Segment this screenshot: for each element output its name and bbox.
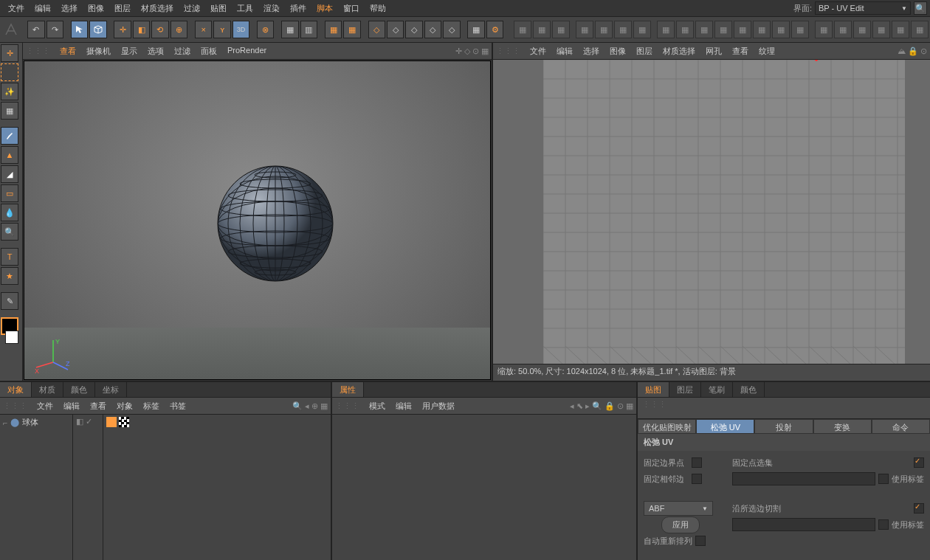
attr-nav-icon[interactable]: ◂ ⬉ ▸ 🔍 🔒 ⊙ ▦ — [570, 401, 633, 411]
tab-坐标[interactable]: 坐标 — [95, 382, 127, 397]
settings-icon[interactable]: ⚙ — [486, 21, 503, 38]
uvmode-1[interactable]: 松弛 UV — [696, 419, 754, 434]
render-icon[interactable]: ▦ — [325, 21, 342, 38]
lock-y-icon[interactable]: ʏ — [213, 21, 230, 38]
menu-文件[interactable]: 文件 — [3, 0, 30, 17]
prim-obj3-icon[interactable]: ◇ — [424, 21, 441, 38]
uvtool-5-icon[interactable]: ▦ — [595, 21, 613, 38]
menu-编辑[interactable]: 编辑 — [390, 398, 417, 415]
menu-面板[interactable]: 面板 — [196, 43, 222, 60]
uvtool-1-icon[interactable]: ▦ — [514, 21, 531, 38]
world-icon[interactable]: ⊗ — [257, 21, 274, 38]
grip-icon[interactable]: ⋮⋮⋮ — [3, 401, 27, 411]
tab-颜色[interactable]: 颜色 — [733, 382, 765, 397]
fix-border-check[interactable] — [692, 457, 702, 468]
menu-查看[interactable]: 查看 — [55, 43, 81, 60]
menu-编辑[interactable]: 编辑 — [58, 398, 85, 415]
menu-编辑[interactable]: 编辑 — [30, 0, 56, 17]
uvtool-10-icon[interactable]: ▦ — [695, 21, 713, 38]
star-icon[interactable]: ★ — [1, 267, 18, 285]
prim-obj4-icon[interactable]: ◇ — [443, 21, 460, 38]
render-pv-icon[interactable]: ▦ — [343, 21, 360, 38]
uvtool-19-icon[interactable]: ▦ — [872, 21, 890, 38]
snap-icon[interactable]: ⊕ — [170, 21, 187, 38]
menu-选择[interactable]: 选择 — [56, 0, 83, 17]
marquee-icon[interactable] — [1, 63, 18, 81]
uvmode-4[interactable]: 命令 — [872, 419, 930, 434]
menu-工具[interactable]: 工具 — [232, 0, 258, 17]
menu-渲染[interactable]: 渲染 — [258, 0, 285, 17]
text-icon[interactable]: T — [1, 248, 18, 266]
uvtool-9-icon[interactable]: ▦ — [676, 21, 694, 38]
uvtool-8-icon[interactable]: ▦ — [657, 21, 675, 38]
drop-icon[interactable]: 💧 — [1, 204, 18, 221]
menu-贴图[interactable]: 贴图 — [205, 0, 232, 17]
menu-图像[interactable]: 图像 — [83, 0, 109, 17]
menu-图像[interactable]: 图像 — [604, 43, 631, 60]
uvtool-16-icon[interactable]: ▦ — [815, 21, 833, 38]
rotate-icon[interactable]: ⟲ — [151, 21, 168, 38]
object-item[interactable]: ⌐ ⬤ 球体 — [0, 415, 72, 430]
uvtool-13-icon[interactable]: ▦ — [753, 21, 771, 38]
uvtool-17-icon[interactable]: ▦ — [834, 21, 852, 38]
render-region-icon[interactable]: ▥ — [300, 21, 317, 38]
vp-nav-icon[interactable]: ✛ ◇ ⊙ ▦ — [455, 46, 489, 56]
viewport-3d[interactable]: Y X Z — [24, 61, 491, 380]
render-frame-icon[interactable]: ▦ — [281, 21, 298, 38]
lock-x-icon[interactable]: × — [195, 21, 212, 38]
menu-脚本[interactable]: 脚本 — [311, 0, 338, 17]
select-tool-icon[interactable] — [71, 21, 88, 38]
tag-uv-icon[interactable] — [106, 417, 117, 427]
menu-书签[interactable]: 书签 — [165, 398, 191, 415]
zoom-icon[interactable]: 🔍 — [1, 223, 18, 241]
menu-文件[interactable]: 文件 — [525, 43, 551, 60]
cutsel-field[interactable] — [732, 518, 875, 531]
menu-对象[interactable]: 对象 — [111, 398, 138, 415]
prim-obj1-icon[interactable]: ◇ — [387, 21, 404, 38]
menu-选项[interactable]: 选项 — [142, 43, 169, 60]
move-tool-icon[interactable]: ✛ — [1, 44, 18, 62]
menu-文件[interactable]: 文件 — [32, 398, 58, 415]
tab-笔刷[interactable]: 笔刷 — [701, 382, 733, 397]
tab-对象[interactable]: 对象 — [0, 382, 32, 397]
menu-纹理[interactable]: 纹理 — [754, 43, 780, 60]
method-dropdown[interactable]: ABF▼ — [644, 501, 713, 516]
apply-button[interactable]: 应用 — [661, 516, 700, 533]
menu-材质选择[interactable]: 材质选择 — [658, 43, 700, 60]
coord-3d-icon[interactable]: 3D — [232, 21, 249, 38]
cut-sel-check[interactable] — [914, 503, 924, 514]
uvtool-15-icon[interactable]: ▦ — [791, 21, 809, 38]
visibility-icon[interactable]: ◧ ✓ — [76, 417, 92, 426]
stamp-icon[interactable]: ▲ — [1, 146, 18, 164]
grip-icon[interactable]: ⋮⋮⋮ — [335, 401, 359, 411]
menu-过滤[interactable]: 过滤 — [179, 0, 205, 17]
menu-图层[interactable]: 图层 — [109, 0, 136, 17]
obj-search-icon[interactable]: 🔍 ◂ ⊕ ▦ — [292, 401, 328, 411]
menu-窗口[interactable]: 窗口 — [338, 0, 365, 17]
grip-icon[interactable]: ⋮⋮⋮ — [26, 46, 50, 56]
auto-realign-check[interactable] — [695, 536, 706, 546]
tag-mat-icon[interactable] — [119, 417, 129, 427]
checker2-icon[interactable]: ▦ — [1, 102, 18, 120]
uvtool-3-icon[interactable]: ▦ — [552, 21, 570, 38]
eraser-icon[interactable]: ◢ — [1, 165, 18, 183]
menu-标签[interactable]: 标签 — [138, 398, 165, 415]
move-icon[interactable]: ✛ — [114, 21, 131, 38]
use-tag-check1[interactable] — [878, 474, 889, 484]
prim-cube-icon[interactable]: ◇ — [368, 21, 385, 38]
redo-icon[interactable]: ↷ — [46, 21, 63, 38]
uvtool-21-icon[interactable]: ▦ — [911, 21, 929, 38]
viewport-uv[interactable] — [493, 60, 930, 364]
menu-摄像机[interactable]: 摄像机 — [81, 43, 116, 60]
uvtool-11-icon[interactable]: ▦ — [714, 21, 732, 38]
menu-ProRender[interactable]: ProRender — [222, 43, 272, 60]
uv-nav-icon[interactable]: ⛰ 🔒 ⊙ — [898, 46, 927, 56]
uvtool-2-icon[interactable]: ▦ — [533, 21, 551, 38]
tab-贴图[interactable]: 贴图 — [638, 382, 669, 397]
uvtool-6-icon[interactable]: ▦ — [614, 21, 632, 38]
brush-icon[interactable] — [1, 127, 18, 145]
uvmode-0[interactable]: 优化贴图映射 — [638, 419, 696, 434]
layout-dropdown[interactable]: BP - UV Edit ▼ — [815, 1, 911, 15]
menu-图层[interactable]: 图层 — [631, 43, 658, 60]
pointsel-field[interactable] — [732, 472, 875, 485]
